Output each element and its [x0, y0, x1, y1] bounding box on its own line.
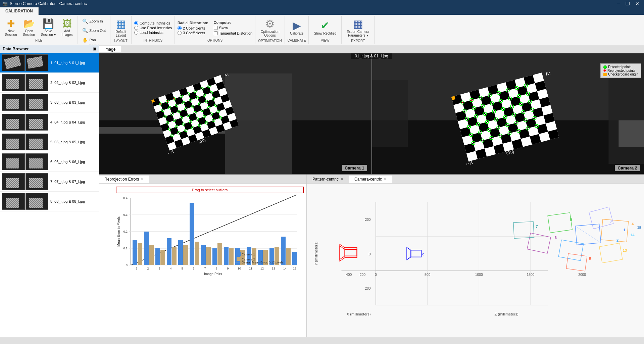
zoom-in-button[interactable]: 🔍 Zoom In	[81, 17, 104, 25]
svg-text:-400: -400	[345, 273, 352, 277]
image-tab[interactable]: Image	[99, 46, 121, 52]
svg-text:0.3: 0.3	[123, 213, 128, 216]
load-intrinsics-radio[interactable]: Load Intrinsics	[134, 31, 172, 35]
export-icon: ▦	[353, 18, 363, 29]
camera-centric-tab[interactable]: Camera-centric ✕	[349, 176, 392, 183]
pan-icon: ✋	[82, 37, 88, 43]
use-fixed-intrinsics-radio[interactable]: Use Fixed Intrinsics	[134, 26, 172, 30]
svg-text:0: 0	[369, 252, 371, 256]
show-rectified-button[interactable]: ✔ Show Rectified	[311, 19, 339, 36]
image-pair-label: 01_r.jpg & 01_l.jpg	[351, 53, 392, 59]
3coef-radio[interactable]: 3 Coefficients	[178, 31, 208, 35]
compute-intrinsics-radio[interactable]: Compute Intrinsics	[134, 21, 172, 25]
view-group-label: VIEW	[321, 39, 330, 42]
svg-rect-243	[217, 243, 222, 265]
list-item[interactable]: 3: 03_r.jpg & 03_l.jpg	[0, 93, 99, 112]
pattern-centric-label: Pattern-centric	[312, 177, 339, 182]
2coef-radio[interactable]: 2 Coefficients	[178, 26, 208, 30]
svg-text:13: 13	[272, 267, 275, 270]
reprojection-close-icon[interactable]: ✕	[141, 177, 144, 181]
data-browser-expand-icon[interactable]: ⊞	[93, 47, 96, 51]
reprojection-tab-label: Reprojection Errors	[104, 177, 139, 182]
file-group-label: FILE	[35, 39, 42, 42]
pan-button[interactable]: ✋ Pan	[81, 36, 98, 44]
skew-checkbox[interactable]: Skew	[214, 26, 253, 30]
optimization-options-button[interactable]: ⚙ OptimizationOptions	[258, 17, 282, 38]
close-button[interactable]: ✕	[633, 1, 641, 6]
skew-label: Skew	[219, 26, 228, 30]
calibration-tab[interactable]: CALIBRATION	[0, 7, 39, 15]
list-item[interactable]: 8: 08_r.jpg & 08_l.jpg	[0, 192, 99, 211]
thumb-container	[2, 74, 48, 91]
zoom-out-button[interactable]: 🔍 Zoom Out	[81, 27, 107, 34]
chart-container: Drag to select outliers Mean Error in Pi…	[99, 184, 306, 337]
svg-text:8: 8	[215, 267, 217, 270]
default-layout-button[interactable]: ▦ DefaultLayout	[113, 17, 129, 38]
svg-rect-245	[224, 247, 229, 265]
new-icon: ✚	[7, 19, 15, 29]
export-camera-params-button[interactable]: ▦ Export CameraParameters ▾	[344, 17, 371, 38]
pattern-centric-close-icon[interactable]: ✕	[341, 177, 343, 181]
calibrate-label: Calibrate	[290, 32, 303, 35]
svg-text:11: 11	[249, 267, 252, 270]
add-icon: 🖼	[62, 19, 72, 29]
new-session-label: NewSession	[5, 29, 17, 37]
optimization-icon: ⚙	[265, 18, 275, 29]
thumb-container	[2, 94, 48, 111]
list-item[interactable]: 4: 04_r.jpg & 04_l.jpg	[0, 112, 99, 132]
thumb-container	[2, 134, 48, 150]
list-item[interactable]: 6: 06_r.jpg & 06_l.jpg	[0, 152, 99, 172]
add-images-button[interactable]: 🖼 AddImages	[59, 18, 75, 38]
list-item[interactable]: 7: 07_r.jpg & 07_l.jpg	[0, 172, 99, 192]
svg-text:-200: -200	[359, 273, 366, 277]
svg-rect-239	[201, 245, 206, 265]
thumbnail-right	[26, 54, 48, 71]
open-session-button[interactable]: 📂 OpenSession	[21, 18, 38, 38]
svg-text:1: 1	[136, 267, 137, 270]
layout-icon: ▦	[116, 18, 126, 29]
svg-rect-221	[133, 240, 137, 265]
legend-detected: Detected points	[608, 65, 632, 69]
svg-text:15: 15	[637, 226, 642, 230]
legend-square-icon	[603, 73, 607, 76]
camera-centric-close-icon[interactable]: ✕	[384, 177, 387, 181]
svg-text:1: 1	[624, 228, 626, 232]
list-item[interactable]: 2: 02_r.jpg & 02_l.jpg	[0, 73, 99, 93]
thumbnail-left	[2, 54, 25, 71]
camera1-label: Camera 1	[342, 165, 367, 171]
data-browser-list[interactable]: 1: 01_r.jpg & 01_l.jpg 2: 02_r.jpg & 02_…	[0, 53, 99, 337]
new-session-button[interactable]: ✚ NewSession	[3, 18, 19, 38]
svg-text:9: 9	[589, 256, 591, 260]
calibrate-button[interactable]: ▶ Calibrate	[288, 19, 306, 36]
restore-button[interactable]: ❐	[624, 1, 632, 6]
content-area: Image 01_r.jpg & 01_l.jpg	[99, 45, 644, 337]
optimization-group: ⚙ OptimizationOptions OPTIMIZATION	[255, 16, 285, 44]
reprojection-tab[interactable]: Reprojection Errors ✕	[99, 176, 149, 183]
image-tab-bar: Image	[99, 45, 644, 53]
image-panel: Image 01_r.jpg & 01_l.jpg	[99, 45, 644, 175]
load-intrinsics-label: Load Intrinsics	[140, 31, 163, 35]
camera2-label: Camera 2	[615, 165, 640, 171]
calibrate-icon: ▶	[293, 20, 301, 31]
minimize-button[interactable]: ─	[615, 1, 622, 6]
list-item-label: 7: 07_r.jpg & 07_l.jpg	[50, 180, 85, 184]
bottom-panels: Reprojection Errors ✕ Drag to select out…	[99, 175, 644, 337]
tangential-label: Tangential Distortion	[219, 31, 253, 35]
svg-text:2: 2	[147, 267, 149, 270]
list-item[interactable]: 5: 05_r.jpg & 05_l.jpg	[0, 132, 99, 152]
list-item-label: 4: 04_r.jpg & 04_l.jpg	[50, 120, 85, 124]
legend-box: Detected points ✚ Reprojected points Che…	[600, 63, 641, 78]
pattern-centric-tab[interactable]: Pattern-centric ✕	[307, 176, 349, 183]
zoom-in-icon: 🔍	[82, 18, 88, 24]
svg-text:Y (millimeters): Y (millimeters)	[314, 241, 318, 265]
add-images-label: AddImages	[62, 29, 73, 37]
svg-text:7: 7	[536, 225, 538, 229]
tangential-checkbox[interactable]: Tangential Distortion	[214, 31, 253, 35]
options-group-label: OPTIONS	[207, 39, 222, 42]
svg-text:13: 13	[623, 248, 627, 252]
layout-group-label: LAYOUT	[114, 39, 127, 43]
svg-text:3: 3	[158, 267, 160, 270]
save-session-button[interactable]: 💾 SaveSession ▾	[39, 18, 58, 38]
svg-rect-240	[206, 247, 211, 265]
list-item[interactable]: 1: 01_r.jpg & 01_l.jpg	[0, 53, 99, 73]
